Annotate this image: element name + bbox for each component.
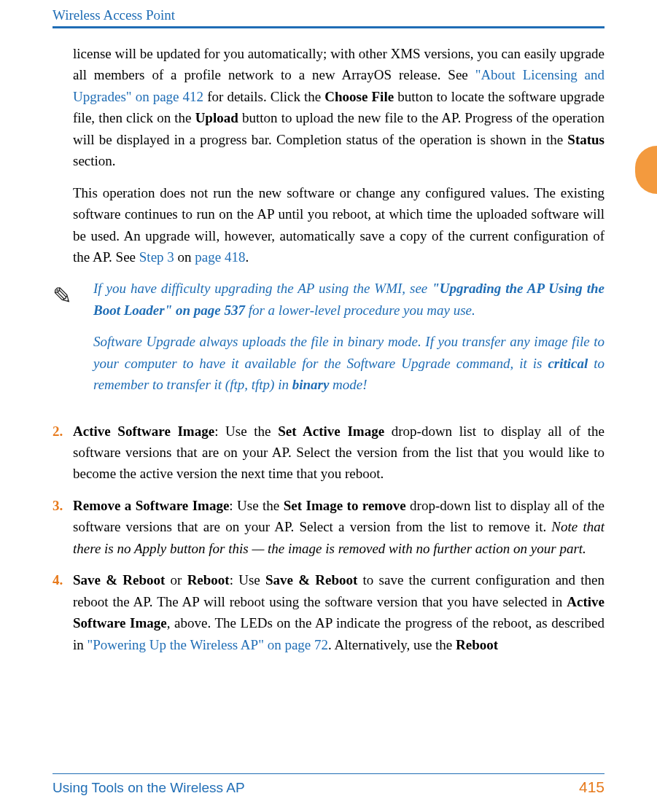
text: section. (73, 153, 116, 168)
label-binary: binary (292, 377, 330, 392)
text: If you have difficulty upgrading the AP … (93, 281, 432, 296)
label-remove-software-image: Remove a Software Image (73, 498, 229, 513)
note-block: ✎ If you have difficulty upgrading the A… (53, 278, 604, 405)
label-save-reboot-2: Save & Reboot (265, 572, 357, 587)
text: for details. Click the (203, 89, 324, 104)
text: : Use the (214, 423, 278, 439)
label-reboot: Reboot (187, 572, 230, 587)
label-reboot-end: Reboot (456, 637, 498, 652)
link-page-418[interactable]: page 418 (195, 249, 245, 265)
list-body-2: Active Software Image: Use the Set Activ… (73, 421, 604, 485)
list-number-2: 2. (53, 421, 73, 485)
text: or (165, 572, 187, 587)
text: : Use the (229, 498, 283, 513)
label-set-image-to-remove: Set Image to remove (284, 498, 406, 513)
text: mode! (329, 377, 367, 392)
header-rule (53, 26, 604, 28)
label-set-active-image: Set Active Image (278, 423, 384, 439)
text: : Use (230, 572, 265, 587)
note-paragraph-1: If you have difficulty upgrading the AP … (93, 278, 604, 321)
text: for a lower-level procedure you may use. (245, 302, 475, 318)
link-powering-up[interactable]: "Powering Up the Wireless AP" on page 72 (88, 637, 329, 652)
list-item-4: 4. Save & Reboot or Reboot: Use Save & R… (53, 569, 604, 655)
note-paragraph-2: Software Upgrade always uploads the file… (93, 331, 604, 395)
label-critical: critical (548, 356, 588, 371)
text: Software Upgrade always uploads the file… (93, 334, 604, 370)
label-save-reboot: Save & Reboot (73, 572, 165, 587)
text: . (245, 249, 249, 265)
text: . Alternatively, use the (328, 637, 456, 652)
link-step-3[interactable]: Step 3 (139, 249, 174, 265)
page-container: Wireless Access Point license will be up… (0, 0, 657, 680)
paragraph-operation: This operation does not run the new soft… (73, 182, 604, 268)
note-content: If you have difficulty upgrading the AP … (93, 278, 604, 405)
list-item-3: 3. Remove a Software Image: Use the Set … (53, 495, 604, 559)
footer-section-title: Using Tools on the Wireless AP (53, 780, 245, 796)
paragraph-license: license will be updated for you automati… (73, 43, 604, 172)
label-active-software-image: Active Software Image (73, 423, 214, 439)
list-item-2: 2. Active Software Image: Use the Set Ac… (53, 421, 604, 485)
page-header-title: Wireless Access Point (53, 7, 604, 23)
list-body-3: Remove a Software Image: Use the Set Ima… (73, 495, 604, 559)
text: on (174, 249, 195, 265)
page-footer: Using Tools on the Wireless AP 415 (53, 773, 604, 796)
list-number-3: 3. (53, 495, 73, 559)
note-icon-column: ✎ (53, 278, 93, 405)
list-number-4: 4. (53, 569, 73, 655)
label-status: Status (567, 132, 604, 147)
pencil-note-icon: ✎ (53, 282, 72, 405)
list-body-4: Save & Reboot or Reboot: Use Save & Rebo… (73, 569, 604, 655)
footer-page-number: 415 (579, 778, 604, 796)
label-upload: Upload (195, 110, 238, 125)
label-choose-file: Choose File (324, 89, 394, 104)
